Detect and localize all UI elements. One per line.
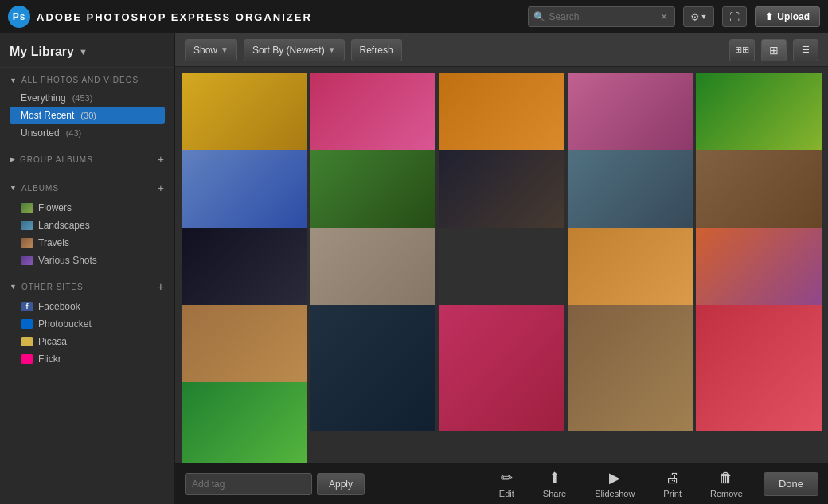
travels-album-icon	[21, 238, 33, 248]
various-album-icon	[21, 256, 33, 265]
fullscreen-button[interactable]: ⛶	[722, 6, 747, 27]
slideshow-action-button[interactable]: ▶ Slideshow	[580, 463, 649, 504]
sidebar-item-picasa[interactable]: Picasa	[10, 333, 165, 350]
photobucket-icon	[21, 319, 33, 329]
share-action-button[interactable]: ⬆ Share	[529, 463, 580, 504]
show-dropdown-icon: ▼	[221, 45, 228, 54]
albums-section: ▼ ALBUMS + Flowers Landscapes Travels Va…	[0, 174, 174, 272]
app-title: ADOBE PHOTOSHOP EXPRESS ORGANIZER	[37, 11, 312, 23]
app-logo: Ps ADOBE PHOTOSHOP EXPRESS ORGANIZER	[8, 6, 520, 28]
all-photos-title: ▼ ALL PHOTOS AND VIDEOS	[10, 76, 165, 84]
collapse-icon[interactable]: ▶	[10, 155, 16, 163]
flickr-icon	[21, 354, 33, 364]
edit-action-button[interactable]: ✏ Edit	[485, 463, 529, 504]
collapse-icon[interactable]: ▼	[10, 283, 18, 291]
add-album-button[interactable]: +	[158, 182, 165, 194]
photo-thumbnail[interactable]	[696, 305, 822, 431]
add-group-album-button[interactable]: +	[158, 153, 165, 166]
remove-action-button[interactable]: 🗑 Remove	[696, 463, 757, 504]
landscapes-album-icon	[21, 221, 33, 230]
remove-icon: 🗑	[719, 470, 733, 486]
sidebar-item-photobucket[interactable]: Photobucket	[10, 315, 165, 333]
add-site-button[interactable]: +	[158, 280, 165, 293]
photo-thumbnail[interactable]	[182, 382, 307, 463]
collapse-icon[interactable]: ▼	[10, 76, 18, 84]
photo-thumbnail[interactable]	[568, 305, 693, 431]
sidebar-item-everything[interactable]: Everything (453)	[10, 89, 165, 107]
albums-title: ▼ ALBUMS +	[10, 182, 165, 194]
collapse-icon[interactable]: ▼	[10, 184, 18, 192]
sidebar-item-various-shots[interactable]: Various Shots	[10, 252, 165, 269]
small-grid-view-button[interactable]: ⊞⊞	[729, 39, 755, 61]
other-sites-section: ▼ OTHER SITES + f Facebook Photobucket P…	[0, 272, 174, 371]
my-library-label: My Library	[10, 45, 74, 59]
print-icon: 🖨	[666, 470, 680, 486]
gear-icon: ⚙	[690, 11, 700, 23]
app-header: Ps ADOBE PHOTOSHOP EXPRESS ORGANIZER 🔍 ✕…	[0, 0, 828, 33]
search-bar[interactable]: 🔍 ✕	[528, 6, 675, 27]
my-library-header: My Library ▼	[0, 33, 174, 68]
sidebar-item-flowers[interactable]: Flowers	[10, 199, 165, 217]
ps-logo-icon: Ps	[8, 6, 30, 28]
gear-arrow: ▼	[700, 13, 707, 21]
edit-icon: ✏	[501, 469, 513, 486]
refresh-button[interactable]: Refresh	[351, 39, 402, 61]
library-dropdown-icon[interactable]: ▼	[79, 47, 88, 57]
sidebar-item-facebook[interactable]: f Facebook	[10, 298, 165, 315]
slideshow-icon: ▶	[609, 469, 620, 486]
sort-button[interactable]: Sort By (Newest) ▼	[244, 39, 345, 61]
list-view-button[interactable]: ☰	[793, 39, 818, 61]
bottom-bar: Apply ✏ Edit ⬆ Share ▶ Slideshow 🖨 Print…	[175, 463, 828, 504]
sidebar-item-unsorted[interactable]: Unsorted (43)	[10, 124, 165, 142]
other-sites-title: ▼ OTHER SITES +	[10, 280, 165, 293]
sidebar: My Library ▼ ▼ ALL PHOTOS AND VIDEOS Eve…	[0, 33, 175, 504]
search-icon: 🔍	[533, 11, 545, 22]
main-layout: My Library ▼ ▼ ALL PHOTOS AND VIDEOS Eve…	[0, 33, 828, 504]
facebook-icon: f	[21, 302, 33, 311]
photo-thumbnail[interactable]	[310, 305, 436, 431]
apply-button[interactable]: Apply	[317, 473, 365, 495]
upload-icon: ⬆	[765, 11, 773, 22]
sidebar-item-most-recent[interactable]: Most Recent (30)	[10, 107, 165, 124]
settings-button[interactable]: ⚙ ▼	[683, 6, 714, 27]
sort-dropdown-icon: ▼	[328, 45, 336, 54]
done-button[interactable]: Done	[764, 472, 818, 496]
group-albums-section: ▶ GROUP ALBUMS +	[0, 145, 174, 174]
sidebar-item-landscapes[interactable]: Landscapes	[10, 217, 165, 234]
upload-button[interactable]: ⬆ Upload	[755, 6, 820, 27]
search-input[interactable]	[549, 11, 660, 22]
print-action-button[interactable]: 🖨 Print	[649, 463, 696, 504]
fullscreen-icon: ⛶	[729, 11, 740, 23]
group-albums-title: ▶ GROUP ALBUMS +	[10, 153, 165, 166]
sidebar-item-flickr[interactable]: Flickr	[10, 350, 165, 368]
photo-thumbnail[interactable]	[439, 305, 564, 431]
medium-grid-view-button[interactable]: ⊞	[761, 39, 787, 61]
all-photos-section: ▼ ALL PHOTOS AND VIDEOS Everything (453)…	[0, 68, 174, 145]
flowers-album-icon	[21, 203, 33, 213]
clear-search-icon[interactable]: ✕	[660, 11, 668, 22]
content-toolbar: Show ▼ Sort By (Newest) ▼ Refresh ⊞⊞ ⊞ ☰	[175, 33, 828, 67]
tag-input[interactable]	[185, 473, 312, 495]
picasa-icon	[21, 337, 33, 346]
share-icon: ⬆	[549, 469, 560, 486]
content-area: Show ▼ Sort By (Newest) ▼ Refresh ⊞⊞ ⊞ ☰…	[175, 33, 828, 504]
show-button[interactable]: Show ▼	[185, 39, 237, 61]
sidebar-item-travels[interactable]: Travels	[10, 234, 165, 252]
photo-grid	[175, 67, 828, 463]
